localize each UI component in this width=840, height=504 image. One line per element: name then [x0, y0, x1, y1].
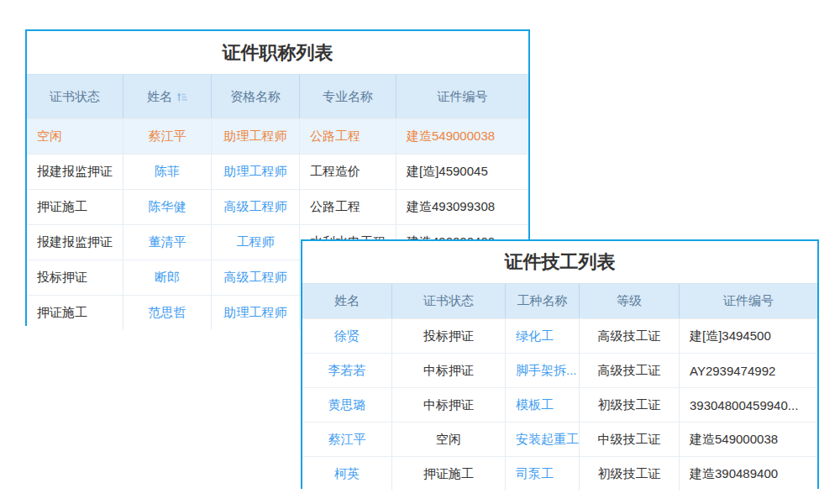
column-header-label: 证件编号 [723, 293, 774, 309]
cell-cert-number: AY2939474992 [680, 354, 817, 387]
cell-qualification-link[interactable]: 助理工程师 [212, 155, 300, 189]
cell-name-link[interactable]: 徐贤 [302, 319, 392, 353]
cell-qualification-link[interactable]: 助理工程师 [212, 119, 300, 154]
cell-cert-status: 押证施工 [392, 457, 506, 491]
cell-cert-number: 39304800459940... [680, 388, 817, 422]
cell-worktype-link[interactable]: 模板工 [506, 388, 580, 422]
cell-worktype-link[interactable]: 绿化工 [506, 319, 580, 353]
table-row[interactable]: 空闲 蔡江平 助理工程师 公路工程 建造549000038 [27, 118, 528, 154]
cell-cert-status: 空闲 [27, 119, 123, 154]
column-header-cert-status: 证书状态 [27, 75, 123, 118]
cell-cert-number: 建造493099308 [396, 190, 528, 224]
cell-name-link[interactable]: 陈菲 [123, 155, 212, 189]
cell-cert-status: 报建报监押证 [27, 225, 123, 260]
cell-name-link[interactable]: 柯英 [302, 457, 392, 491]
sort-ascending-icon[interactable] [176, 92, 187, 102]
cell-level: 中级技工证 [580, 423, 680, 456]
column-header-qualification: 资格名称 [212, 75, 300, 118]
cell-cert-status: 押证施工 [27, 190, 123, 224]
technician-certificates-panel: 证件技工列表 姓名 证书状态 工种名称 等级 证件编号 徐贤 投标押证 绿化工 … [301, 239, 819, 489]
cell-level: 高级技工证 [580, 319, 680, 353]
table2-header-row: 姓名 证书状态 工种名称 等级 证件编号 [302, 283, 817, 318]
cell-worktype-link[interactable]: 安装起重工 [506, 423, 580, 456]
cell-name-link[interactable]: 蔡江平 [123, 119, 212, 154]
cell-major: 公路工程 [300, 190, 396, 224]
cell-name-link[interactable]: 陈华健 [123, 190, 212, 224]
cell-qualification-link[interactable]: 工程师 [212, 225, 300, 260]
table-row[interactable]: 蔡江平 空闲 安装起重工 中级技工证 建造549000038 [302, 422, 817, 456]
cell-cert-status: 报建报监押证 [27, 155, 123, 189]
cell-cert-status: 押证施工 [27, 296, 123, 330]
column-header-label: 证书状态 [423, 293, 474, 309]
column-header-label: 证书状态 [50, 89, 100, 105]
table1-header-row: 证书状态 姓名 资格名称 专业名称 证件编号 [27, 74, 528, 118]
cell-cert-status: 投标押证 [27, 260, 123, 295]
cell-cert-number: 建造390489400 [680, 457, 817, 491]
column-header-cert-number: 证件编号 [396, 75, 528, 118]
cell-level: 高级技工证 [580, 354, 680, 387]
column-header-cert-number: 证件编号 [680, 284, 817, 318]
cell-name-link[interactable]: 董清平 [123, 225, 212, 260]
cell-qualification-link[interactable]: 高级工程师 [212, 260, 300, 295]
column-header-name[interactable]: 姓名 [123, 75, 212, 118]
cell-cert-number: 建造549000038 [396, 119, 528, 154]
column-header-cert-status: 证书状态 [392, 284, 506, 318]
table-row[interactable]: 押证施工 陈华健 高级工程师 公路工程 建造493099308 [27, 189, 528, 224]
cell-cert-status: 中标押证 [392, 388, 506, 422]
column-header-name: 姓名 [302, 284, 392, 318]
panel-title-technicians: 证件技工列表 [302, 241, 817, 283]
cell-cert-number: 建[造]3494500 [680, 319, 817, 353]
cell-name-link[interactable]: 范思哲 [123, 296, 212, 330]
column-header-worktype: 工种名称 [506, 284, 580, 318]
column-header-label: 等级 [617, 293, 642, 309]
cell-cert-status: 中标押证 [392, 354, 506, 387]
cell-level: 初级技工证 [580, 457, 680, 491]
column-header-label: 资格名称 [230, 89, 281, 105]
cell-cert-status: 投标押证 [392, 319, 506, 353]
cell-qualification-link[interactable]: 高级工程师 [212, 190, 300, 224]
column-header-label: 证件编号 [438, 89, 488, 105]
column-header-major: 专业名称 [300, 75, 396, 118]
cell-name-link[interactable]: 断郎 [123, 260, 212, 295]
table-row[interactable]: 李若若 中标押证 脚手架拆... 高级技工证 AY2939474992 [302, 353, 817, 387]
cell-level: 初级技工证 [580, 388, 680, 422]
cell-name-link[interactable]: 李若若 [302, 354, 392, 387]
cell-worktype-link[interactable]: 司泵工 [506, 457, 580, 491]
column-header-label: 工种名称 [517, 293, 568, 309]
table-row[interactable]: 黄思璐 中标押证 模板工 初级技工证 39304800459940... [302, 387, 817, 422]
page: 证件职称列表 证书状态 姓名 资格名称 专业名称 证件编号 空闲 蔡江平 助理工… [0, 0, 840, 504]
cell-cert-number: 建[造]4590045 [396, 155, 528, 189]
table-row[interactable]: 徐贤 投标押证 绿化工 高级技工证 建[造]3494500 [302, 318, 817, 353]
column-header-label: 姓名 [147, 89, 172, 105]
cell-cert-number: 建造549000038 [680, 423, 817, 456]
cell-cert-status: 空闲 [392, 423, 506, 456]
cell-name-link[interactable]: 黄思璐 [302, 388, 392, 422]
cell-worktype-link[interactable]: 脚手架拆... [506, 354, 580, 387]
column-header-label: 专业名称 [323, 89, 373, 105]
column-header-level: 等级 [580, 284, 680, 318]
cell-major: 工程造价 [300, 155, 396, 189]
panel-title-titles: 证件职称列表 [27, 31, 528, 74]
cell-qualification-link[interactable]: 助理工程师 [212, 296, 300, 330]
cell-major: 公路工程 [300, 119, 396, 154]
cell-name-link[interactable]: 蔡江平 [302, 423, 392, 456]
table-row[interactable]: 柯英 押证施工 司泵工 初级技工证 建造390489400 [302, 456, 817, 491]
table-row[interactable]: 报建报监押证 陈菲 助理工程师 工程造价 建[造]4590045 [27, 154, 528, 189]
column-header-label: 姓名 [334, 293, 360, 309]
